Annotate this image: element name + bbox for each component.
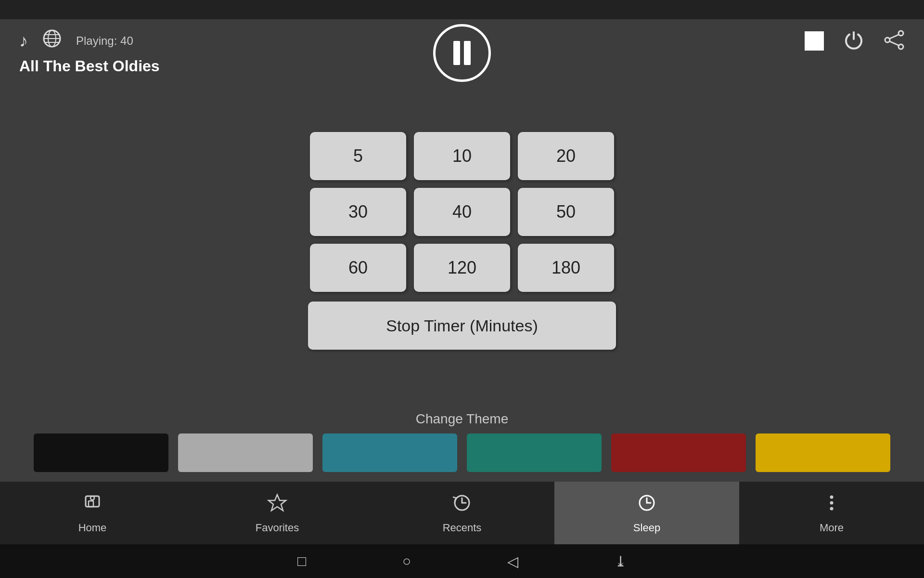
history-icon [451, 492, 473, 518]
timer-btn-50[interactable]: 50 [518, 188, 614, 236]
nav-more-label: More [820, 522, 844, 534]
android-back-btn[interactable]: ◁ [507, 553, 518, 570]
theme-black[interactable] [34, 434, 168, 472]
power-button[interactable] [843, 29, 864, 53]
header-left: ♪ Playing: 40 [19, 29, 805, 53]
globe-icon[interactable] [42, 29, 62, 53]
android-square-btn[interactable]: □ [297, 553, 306, 569]
theme-swatches [19, 434, 905, 472]
svg-point-16 [830, 495, 834, 499]
star-icon [267, 492, 288, 518]
nav-recents[interactable]: Recents [370, 482, 554, 544]
status-bar [0, 0, 924, 19]
theme-section: Change Theme [0, 407, 924, 482]
change-theme-label: Change Theme [416, 411, 509, 427]
timer-btn-120[interactable]: 120 [414, 244, 510, 292]
bottom-nav: Home Favorites Recents Sleep [0, 482, 924, 544]
timer-btn-60[interactable]: 60 [310, 244, 406, 292]
svg-rect-11 [89, 501, 93, 507]
theme-gray[interactable] [178, 434, 313, 472]
share-button[interactable] [884, 29, 905, 53]
svg-line-9 [890, 41, 898, 45]
timer-btn-180[interactable]: 180 [518, 244, 614, 292]
nav-recents-label: Recents [443, 522, 482, 534]
stop-button[interactable] [805, 31, 824, 51]
android-nav: □ ○ ◁ ⤓ [0, 544, 924, 578]
timer-grid: 5 10 20 30 40 50 60 120 180 [310, 132, 614, 292]
nav-home-label: Home [78, 522, 107, 534]
svg-point-6 [885, 38, 890, 42]
more-icon [821, 492, 842, 518]
main-content: ♪ Playing: 40 [0, 19, 924, 482]
stop-timer-button[interactable]: Stop Timer (Minutes) [308, 302, 616, 350]
android-download-btn[interactable]: ⤓ [615, 553, 627, 570]
nav-home[interactable]: Home [0, 482, 185, 544]
svg-line-8 [890, 35, 898, 39]
svg-marker-13 [269, 495, 286, 511]
timer-btn-5[interactable]: 5 [310, 132, 406, 180]
theme-yellow[interactable] [756, 434, 890, 472]
nav-sleep[interactable]: Sleep [554, 482, 739, 544]
svg-point-5 [898, 31, 903, 36]
header: ♪ Playing: 40 [0, 19, 924, 57]
nav-favorites[interactable]: Favorites [185, 482, 370, 544]
timer-btn-20[interactable]: 20 [518, 132, 614, 180]
timer-btn-30[interactable]: 30 [310, 188, 406, 236]
pause-button[interactable] [433, 24, 491, 82]
nav-more[interactable]: More [739, 482, 924, 544]
android-circle-btn[interactable]: ○ [402, 553, 411, 569]
music-icon[interactable]: ♪ [19, 31, 28, 51]
playing-info: Playing: 40 [76, 34, 133, 48]
svg-point-18 [830, 507, 834, 510]
svg-point-12 [90, 496, 94, 500]
theme-dark-teal[interactable] [467, 434, 602, 472]
clock-icon [636, 492, 657, 518]
svg-point-17 [830, 501, 834, 504]
home-icon [82, 492, 103, 518]
nav-favorites-label: Favorites [256, 522, 299, 534]
timer-btn-40[interactable]: 40 [414, 188, 510, 236]
theme-teal[interactable] [322, 434, 457, 472]
pause-icon [453, 41, 471, 65]
header-right [805, 29, 905, 53]
nav-sleep-label: Sleep [633, 522, 660, 534]
theme-red[interactable] [611, 434, 746, 472]
timer-btn-10[interactable]: 10 [414, 132, 510, 180]
timer-section: 5 10 20 30 40 50 60 120 180 Stop Timer (… [0, 85, 924, 407]
svg-point-7 [898, 44, 903, 49]
